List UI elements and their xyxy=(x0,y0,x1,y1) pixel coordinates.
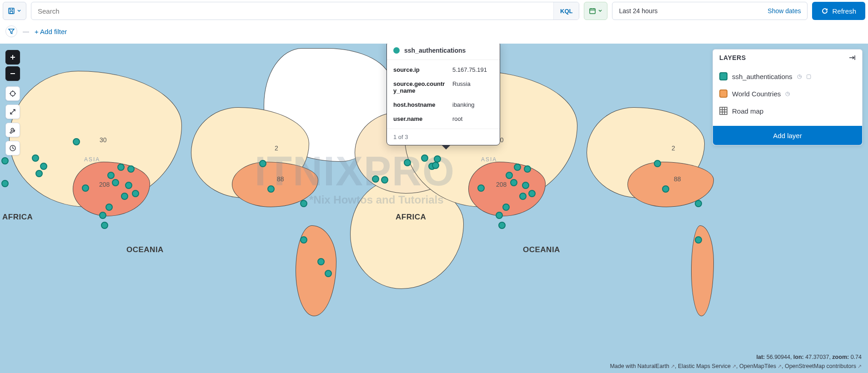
data-point[interactable] xyxy=(127,165,135,173)
timeslider-button[interactable] xyxy=(5,141,20,155)
attribution-link[interactable]: NaturalEarth xyxy=(637,363,675,369)
data-point[interactable] xyxy=(432,162,439,169)
zoom-controls xyxy=(5,50,20,81)
clock-icon: ◷ xyxy=(785,90,790,97)
tooltip-pager: 1 of 3 xyxy=(387,129,500,145)
tooltip-key: source.geo.country_name xyxy=(393,80,448,94)
attribution-link[interactable]: Elastic Maps Service xyxy=(678,363,736,369)
filter-options-button[interactable] xyxy=(5,25,17,37)
add-filter-button[interactable]: + Add filter xyxy=(35,28,67,35)
saved-query-button[interactable] xyxy=(3,2,26,20)
data-point[interactable] xyxy=(259,160,266,167)
data-point[interactable] xyxy=(35,170,43,177)
data-point[interactable] xyxy=(40,163,47,170)
data-point[interactable] xyxy=(498,222,506,229)
data-point[interactable] xyxy=(510,179,517,186)
data-point[interactable] xyxy=(132,190,139,197)
continent-label: AFRICA xyxy=(396,213,426,222)
tooltip-value: root xyxy=(452,115,493,122)
data-point[interactable] xyxy=(372,175,379,183)
show-dates-link[interactable]: Show dates xyxy=(768,7,801,15)
tooltip-key: host.hostname xyxy=(393,101,448,108)
refresh-label: Refresh xyxy=(832,7,856,15)
data-point[interactable] xyxy=(101,222,108,229)
data-point[interactable] xyxy=(477,184,485,192)
data-point[interactable] xyxy=(82,184,89,192)
continent-label: OCEANIA xyxy=(523,245,560,254)
data-point[interactable] xyxy=(528,190,536,197)
data-point[interactable] xyxy=(514,164,521,171)
expand-button[interactable] xyxy=(5,104,20,119)
data-point[interactable] xyxy=(695,200,702,207)
layer-name: ssh_authentications xyxy=(732,73,793,80)
map-attribution: Made with NaturalEarth, Elastic Maps Ser… xyxy=(610,363,862,369)
data-point[interactable] xyxy=(654,160,661,167)
data-point[interactable] xyxy=(496,212,503,219)
layer-swatch xyxy=(719,72,728,80)
data-point[interactable] xyxy=(519,193,527,200)
data-point[interactable] xyxy=(317,258,325,265)
map-coordinates: lat: 56.90944, lon: 47.37037, zoom: 0.74 xyxy=(757,354,862,360)
data-point[interactable] xyxy=(506,172,513,179)
refresh-button[interactable]: Refresh xyxy=(812,2,865,20)
data-point[interactable] xyxy=(300,200,307,207)
layer-name: World Countries xyxy=(732,90,781,98)
data-point[interactable] xyxy=(502,204,510,211)
data-point[interactable] xyxy=(662,185,669,193)
svg-rect-2 xyxy=(590,9,595,14)
svg-point-3 xyxy=(10,91,15,96)
minus-icon xyxy=(10,70,16,77)
refresh-icon xyxy=(821,7,828,15)
data-point[interactable] xyxy=(125,182,132,189)
data-point[interactable] xyxy=(300,236,307,244)
layers-title: LAYERS xyxy=(719,54,746,61)
clock-icon: ◷ xyxy=(797,73,802,80)
search-bar: KQL xyxy=(31,2,579,20)
data-point[interactable] xyxy=(1,157,9,164)
attribution-link[interactable]: OpenMapTiles xyxy=(739,363,782,369)
layer-row[interactable]: Road map xyxy=(719,102,856,119)
data-point[interactable] xyxy=(105,204,113,211)
data-point[interactable] xyxy=(695,236,702,244)
map-canvas[interactable]: ITNIXPRO *Nix Howtos and Tutorials ssh_a… xyxy=(0,44,868,373)
attribution-link[interactable]: OpenStreetMap contributors xyxy=(785,363,862,369)
data-point[interactable] xyxy=(421,154,428,162)
time-range-text: Last 24 hours xyxy=(619,7,657,15)
layer-row[interactable]: World Countries ◷ xyxy=(719,85,856,102)
data-point[interactable] xyxy=(121,193,128,200)
data-point[interactable] xyxy=(32,154,39,162)
chevron-down-icon xyxy=(598,9,602,13)
data-point[interactable] xyxy=(99,212,106,219)
plus-icon xyxy=(10,54,16,60)
collapse-icon xyxy=(848,54,856,61)
tooltip-value: Russia xyxy=(452,80,493,94)
layer-row[interactable]: ssh_authentications ◷ ▢ xyxy=(719,68,856,85)
data-point[interactable] xyxy=(1,180,9,187)
data-point[interactable] xyxy=(524,165,531,173)
data-point[interactable] xyxy=(112,179,119,186)
data-point[interactable] xyxy=(107,172,115,179)
data-point[interactable] xyxy=(381,176,388,184)
tooltip-value: ibanking xyxy=(452,101,493,108)
save-icon xyxy=(8,7,15,15)
search-input[interactable] xyxy=(31,7,553,15)
data-point[interactable] xyxy=(325,270,332,277)
layer-name: Road map xyxy=(732,107,763,115)
date-quick-select-button[interactable] xyxy=(584,2,607,20)
data-point[interactable] xyxy=(404,159,411,166)
tools-button[interactable] xyxy=(5,123,20,137)
data-point[interactable] xyxy=(267,185,275,193)
data-point[interactable] xyxy=(73,138,80,145)
data-point[interactable] xyxy=(522,182,529,189)
add-layer-button[interactable]: Add layer xyxy=(713,126,862,145)
country-count-label: 30 xyxy=(100,136,107,144)
zoom-in-button[interactable] xyxy=(5,50,20,65)
kql-toggle[interactable]: KQL xyxy=(553,2,579,20)
country-count-label: 2 xyxy=(275,144,278,152)
collapse-layers-button[interactable] xyxy=(848,54,856,61)
zoom-out-button[interactable] xyxy=(5,66,20,81)
time-range-display[interactable]: Last 24 hours Show dates xyxy=(612,2,808,20)
data-point[interactable] xyxy=(117,164,125,171)
continent-label: ASIA xyxy=(84,156,100,163)
fit-to-data-button[interactable] xyxy=(5,86,20,101)
